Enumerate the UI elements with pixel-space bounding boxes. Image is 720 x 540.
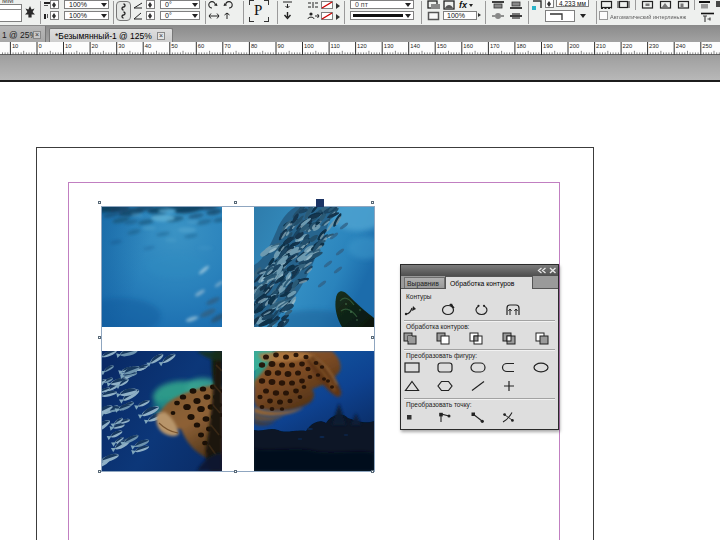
svg-text:250: 250 — [702, 43, 712, 49]
svg-text:160: 160 — [463, 43, 473, 49]
svg-text:210: 210 — [596, 43, 606, 49]
svg-text:180: 180 — [516, 43, 526, 49]
svg-text:230: 230 — [649, 43, 659, 49]
svg-text:100: 100 — [304, 43, 314, 49]
svg-text:10: 10 — [12, 43, 18, 49]
svg-text:50: 50 — [171, 43, 177, 49]
svg-text:20: 20 — [92, 43, 98, 49]
svg-text:0: 0 — [39, 43, 42, 49]
svg-text:240: 240 — [676, 43, 686, 49]
svg-text:120: 120 — [357, 43, 367, 49]
svg-text:60: 60 — [198, 43, 204, 49]
svg-text:200: 200 — [570, 43, 580, 49]
svg-text:170: 170 — [490, 43, 500, 49]
svg-text:70: 70 — [224, 43, 230, 49]
svg-text:40: 40 — [145, 43, 151, 49]
svg-text:80: 80 — [251, 43, 257, 49]
svg-text:150: 150 — [437, 43, 447, 49]
svg-text:220: 220 — [623, 43, 633, 49]
svg-text:30: 30 — [118, 43, 124, 49]
svg-text:140: 140 — [410, 43, 420, 49]
svg-text:10: 10 — [65, 43, 71, 49]
svg-text:190: 190 — [543, 43, 553, 49]
svg-text:130: 130 — [384, 43, 394, 49]
svg-text:110: 110 — [331, 43, 340, 49]
svg-text:90: 90 — [278, 43, 284, 49]
